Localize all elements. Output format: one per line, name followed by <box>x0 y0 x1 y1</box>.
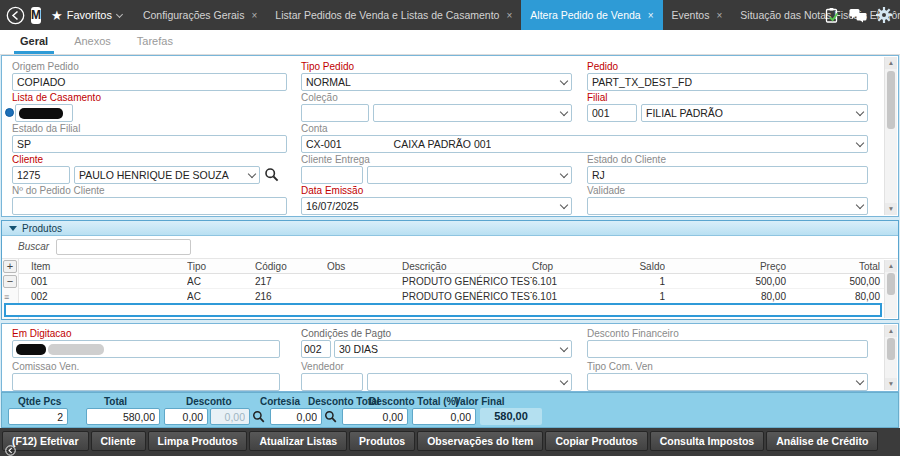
desconto-value-input[interactable] <box>164 408 208 425</box>
colecao-code-input[interactable] <box>301 104 369 122</box>
col-header-obs[interactable]: Obs <box>327 259 402 273</box>
cliente-search-button[interactable] <box>264 167 279 182</box>
observacoes-do-item-button[interactable]: Observações do Item <box>417 431 543 451</box>
qtde-pcs-value[interactable] <box>8 408 68 425</box>
total-label: Total <box>104 396 127 407</box>
cliente-entrega-code-input[interactable] <box>301 166 363 184</box>
scroll-down-icon[interactable]: ▼ <box>885 203 897 215</box>
col-header-cfop[interactable]: Cfop <box>532 259 602 273</box>
atualizar-listas-button[interactable]: Atualizar Listas <box>249 431 347 451</box>
tab-geral[interactable]: Geral <box>14 30 54 54</box>
info-icon[interactable] <box>5 108 14 117</box>
lista-casamento-input[interactable] <box>15 104 73 122</box>
scroll-up-icon[interactable]: ▲ <box>885 260 897 272</box>
tab-anexos[interactable]: Anexos <box>68 30 117 54</box>
tab-listar-pedidos[interactable]: Listar Pedidos de Venda e Listas de Casa… <box>266 0 521 30</box>
scroll-up-icon[interactable]: ▲ <box>885 57 897 69</box>
desconto-total-pct-value[interactable] <box>412 408 476 425</box>
cortesia-label: Cortesia <box>260 396 300 407</box>
add-row-button[interactable]: + <box>3 260 17 273</box>
tab-close-icon[interactable]: × <box>716 10 722 21</box>
data-emissao-select[interactable]: 16/07/2025 <box>301 197 572 215</box>
cell-descricao: PRODUTO GENÉRICO TEST... <box>402 289 532 303</box>
estado-cliente-input[interactable] <box>587 166 868 184</box>
cortesia-search-button[interactable] <box>324 410 337 423</box>
select-value: 16/07/2025 <box>306 200 359 212</box>
scroll-up-icon[interactable]: ▲ <box>885 325 897 337</box>
cliente-select[interactable]: PAULO HENRIQUE DE SOUZA <box>74 166 260 184</box>
condicoes-pagto-code-input[interactable] <box>301 340 331 358</box>
products-search-input[interactable] <box>56 239 191 255</box>
grid-more-icon[interactable]: ≡ <box>4 292 9 302</box>
cell-item: 001 <box>19 274 187 288</box>
remove-row-button[interactable]: − <box>3 275 17 288</box>
chat-icon[interactable] <box>849 8 867 23</box>
task-check-icon[interactable] <box>824 7 840 24</box>
new-product-row-selected[interactable] <box>4 303 882 317</box>
vendedor-code-input[interactable] <box>301 373 363 391</box>
grid-header-row: Item Tipo Código Obs Descrição Cfop Sald… <box>19 259 884 274</box>
em-digitacao-field[interactable] <box>12 340 280 358</box>
tab-close-icon[interactable]: × <box>251 10 257 21</box>
desconto-financeiro-input[interactable] <box>587 340 868 358</box>
col-header-saldo[interactable]: Saldo <box>602 259 665 273</box>
desconto-total-value[interactable] <box>342 408 408 425</box>
chevron-down-icon <box>560 200 568 208</box>
limpa-produtos-button[interactable]: Limpa Produtos <box>148 431 248 451</box>
tab-close-icon[interactable]: × <box>506 10 512 21</box>
col-header-tipo[interactable]: Tipo <box>187 259 255 273</box>
app-logo[interactable]: M <box>31 7 41 24</box>
produtos-button[interactable]: Produtos <box>349 431 415 451</box>
grid-scrollbar[interactable]: ▲ <box>884 260 897 318</box>
tab-eventos[interactable]: Eventos × <box>663 0 732 30</box>
col-header-item[interactable]: Item <box>19 259 187 273</box>
consulta-impostos-button[interactable]: Consulta Impostos <box>650 431 765 451</box>
gear-icon[interactable] <box>876 7 892 23</box>
table-row[interactable]: 001 AC 217 PRODUTO GENÉRICO TEST... 6.10… <box>19 274 884 289</box>
tab-close-icon[interactable]: × <box>648 10 654 21</box>
scrollbar-thumb[interactable] <box>887 338 895 360</box>
scrollbar-thumb[interactable] <box>887 273 895 295</box>
table-row[interactable]: 002 AC 216 PRODUTO GENÉRICO TEST... 6.10… <box>19 289 884 304</box>
colecao-select[interactable] <box>373 104 572 122</box>
back-button[interactable] <box>6 5 25 25</box>
cliente-entrega-select[interactable] <box>367 166 572 184</box>
filial-code-input[interactable] <box>587 104 637 122</box>
col-header-descricao[interactable]: Descrição <box>402 259 532 273</box>
col-header-codigo[interactable]: Código <box>255 259 327 273</box>
topbar-icons <box>824 0 892 30</box>
cliente-code-input[interactable] <box>12 166 70 184</box>
estado-filial-input[interactable] <box>12 135 287 153</box>
tab-altera-pedido-de-venda[interactable]: Altera Pedido de Venda × <box>521 0 662 30</box>
tab-tarefas[interactable]: Tarefas <box>131 30 179 54</box>
lower-scrollbar[interactable]: ▲ ▼ <box>884 325 897 390</box>
copiar-produtos-button[interactable]: Copiar Produtos <box>545 431 647 451</box>
vendedor-select[interactable] <box>367 373 572 391</box>
products-section-header[interactable]: Produtos <box>2 221 898 236</box>
cliente-button[interactable]: Cliente <box>91 431 146 451</box>
col-header-total[interactable]: Total <box>792 259 884 273</box>
tipo-com-ven-select[interactable] <box>587 373 868 391</box>
filial-select[interactable]: FILIAL PADRÃO <box>641 104 868 122</box>
origem-pedido-input[interactable] <box>12 73 287 91</box>
scrollbar-thumb[interactable] <box>887 71 895 129</box>
cell-total: 500,00 <box>792 274 884 288</box>
total-value[interactable] <box>86 408 160 425</box>
validade-select[interactable] <box>587 197 868 215</box>
analise-de-credito-button[interactable]: Análise de Crédito <box>766 431 878 451</box>
conta-select[interactable]: CX-001CAIXA PADRÃO 001 <box>301 135 868 153</box>
scroll-down-icon[interactable]: ▼ <box>885 378 897 390</box>
cortesia-value[interactable] <box>270 408 322 425</box>
estado-filial-label: Estado da Filial <box>12 123 80 134</box>
condicoes-pagto-select[interactable]: 30 DIAS <box>334 340 572 358</box>
col-header-preco[interactable]: Preço <box>665 259 792 273</box>
tipo-pedido-select[interactable]: NORMAL <box>301 73 572 91</box>
tab-configuracoes-gerais[interactable]: Configurações Gerais × <box>134 0 266 30</box>
footer-back-button[interactable] <box>5 445 16 456</box>
comissao-ven-input[interactable] <box>12 373 280 391</box>
favorites-menu[interactable]: ★ Favoritos <box>51 8 122 23</box>
desconto-search-button[interactable] <box>252 410 265 423</box>
form-scrollbar[interactable]: ▲ ▼ <box>884 57 897 215</box>
pedido-input[interactable] <box>587 73 868 91</box>
num-pedido-cliente-input[interactable] <box>12 197 287 215</box>
